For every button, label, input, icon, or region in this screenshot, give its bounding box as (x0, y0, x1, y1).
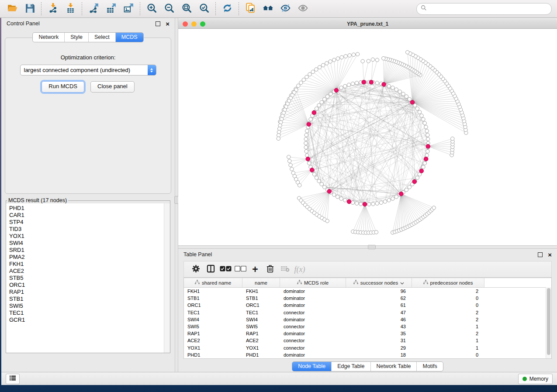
cell-name[interactable]: ORC1 (242, 303, 280, 308)
network-window-titlebar[interactable]: YPA_prune.txt_1 (178, 19, 557, 29)
refresh-layout-button[interactable] (218, 1, 236, 16)
close-panel-icon[interactable]: × (166, 22, 170, 26)
result-item[interactable]: PHD1 (9, 205, 170, 212)
cell-MCDS-role[interactable]: connector (280, 310, 346, 315)
first-neighbors-button[interactable] (259, 1, 277, 16)
result-item[interactable]: PMA2 (9, 254, 170, 261)
vertical-splitter[interactable] (175, 18, 178, 375)
tab-mcds[interactable]: MCDS (115, 33, 143, 42)
import-network-button[interactable] (44, 1, 62, 16)
search-input[interactable] (429, 5, 547, 12)
cell-successor-nodes[interactable]: 96 (346, 289, 412, 294)
float-panel-icon[interactable] (156, 21, 160, 26)
run-mcds-button[interactable]: Run MCDS (42, 81, 84, 93)
zoom-selected-button[interactable] (195, 1, 213, 16)
result-item[interactable]: TID3 (9, 226, 170, 233)
cell-predecessor-nodes[interactable]: 0 (412, 352, 484, 358)
cell-successor-nodes[interactable]: 29 (346, 345, 412, 351)
deselect-all-button[interactable] (233, 263, 248, 276)
cell-MCDS-role[interactable]: dominator (280, 331, 346, 336)
column-header-shared-name[interactable]: shared name (184, 278, 242, 287)
table-row[interactable]: PHD1PHD1dominator180 (184, 351, 551, 358)
cell-predecessor-nodes[interactable]: 2 (412, 289, 484, 294)
cell-shared-name[interactable]: PHD1 (184, 352, 242, 358)
cell-successor-nodes[interactable]: 47 (346, 310, 412, 315)
zoom-fit-button[interactable] (178, 1, 195, 16)
result-item[interactable]: STP4 (9, 219, 170, 226)
task-history-button[interactable] (6, 374, 20, 384)
export-image-button[interactable] (120, 1, 137, 16)
cell-shared-name[interactable]: YOX1 (184, 345, 242, 351)
result-item[interactable]: SRD1 (9, 247, 170, 254)
tab-style[interactable]: Style (64, 33, 88, 42)
result-item[interactable]: CAR1 (9, 212, 170, 219)
cell-MCDS-role[interactable]: dominator (280, 317, 346, 322)
cell-name[interactable]: SWI4 (242, 317, 280, 322)
table-row[interactable]: RAP1RAP1dominator352 (184, 330, 551, 337)
export-network-button[interactable] (85, 1, 102, 16)
table-row[interactable]: ACE2ACE2connector311 (184, 337, 551, 344)
delete-row-button[interactable] (263, 263, 277, 276)
result-item[interactable]: RAP1 (9, 289, 170, 296)
select-all-button[interactable] (218, 263, 233, 276)
cell-predecessor-nodes[interactable]: 2 (412, 310, 484, 315)
cell-predecessor-nodes[interactable]: 0 (412, 296, 484, 301)
cell-predecessor-nodes[interactable]: 1 (412, 345, 484, 351)
mcds-result-list[interactable]: PHD1CAR1STP4TID3YOX1SWI4SRD1PMA2FKH1ACE2… (6, 203, 170, 353)
table-settings-button[interactable] (188, 263, 203, 276)
result-list-scrollbar[interactable] (164, 203, 170, 353)
cell-successor-nodes[interactable]: 31 (346, 338, 412, 343)
tab-network-table[interactable]: Network Table (370, 362, 417, 371)
clone-network-button[interactable] (242, 1, 259, 16)
function-builder-button[interactable]: f(x) (292, 263, 307, 276)
cell-name[interactable]: ACE2 (242, 338, 280, 343)
add-row-button[interactable]: + (248, 263, 263, 276)
cell-shared-name[interactable]: RAP1 (184, 331, 242, 336)
close-panel-button[interactable]: Close panel (90, 81, 135, 93)
cell-successor-nodes[interactable]: 62 (346, 296, 412, 301)
column-header-successor-nodes[interactable]: successor nodes (346, 278, 412, 287)
cell-MCDS-role[interactable]: connector (280, 324, 346, 329)
cell-shared-name[interactable]: FKH1 (184, 289, 242, 294)
network-search-box[interactable] (416, 3, 552, 15)
result-item[interactable]: SWI5 (9, 303, 170, 309)
cell-name[interactable]: RAP1 (242, 331, 280, 336)
zoom-out-button[interactable] (160, 1, 178, 16)
tab-network[interactable]: Network (33, 33, 64, 42)
cell-predecessor-nodes[interactable]: 1 (412, 338, 484, 343)
cell-successor-nodes[interactable]: 18 (346, 352, 412, 358)
table-row[interactable]: TEC1TEC1connector472 (184, 309, 551, 316)
cell-MCDS-role[interactable]: dominator (280, 289, 346, 294)
scrollbar-thumb[interactable] (547, 288, 550, 355)
result-item[interactable]: YOX1 (9, 233, 170, 240)
tab-motifs[interactable]: Motifs (416, 362, 443, 371)
result-item[interactable]: SWI4 (9, 240, 170, 247)
table-row[interactable]: SWI4SWI4dominator462 (184, 316, 551, 323)
memory-button[interactable]: Memory (518, 374, 553, 384)
table-row[interactable]: ORC1ORC1dominator610 (184, 302, 551, 309)
result-item[interactable]: ACE2 (9, 268, 170, 275)
cell-shared-name[interactable]: SWI5 (184, 324, 242, 329)
float-panel-icon[interactable] (538, 252, 543, 257)
result-item[interactable]: FKH1 (9, 261, 170, 268)
cell-name[interactable]: YOX1 (242, 345, 280, 351)
cell-predecessor-nodes[interactable]: 0 (412, 303, 484, 308)
tab-edge-table[interactable]: Edge Table (331, 362, 370, 371)
import-table-button[interactable] (62, 1, 79, 16)
table-row[interactable]: STB1STB1dominator620 (184, 295, 551, 302)
column-header-name[interactable]: name (242, 278, 280, 287)
cell-shared-name[interactable]: ACE2 (184, 338, 242, 343)
cell-name[interactable]: STB1 (242, 296, 280, 301)
cell-MCDS-role[interactable]: dominator (280, 296, 346, 301)
result-item[interactable]: ORC1 (9, 282, 170, 289)
network-graph[interactable] (178, 29, 557, 244)
table-row[interactable]: SWI5SWI5connector431 (184, 323, 551, 330)
table-row[interactable]: FKH1FKH1dominator962 (184, 288, 551, 295)
table-row[interactable]: YOX1YOX1connector291 (184, 344, 551, 351)
delete-table-button[interactable] (277, 263, 292, 276)
result-item[interactable]: STB5 (9, 275, 170, 282)
cell-predecessor-nodes[interactable]: 1 (412, 324, 484, 329)
cell-successor-nodes[interactable]: 43 (346, 324, 412, 329)
table-scrollbar[interactable] (546, 287, 551, 358)
tab-select[interactable]: Select (88, 33, 115, 42)
